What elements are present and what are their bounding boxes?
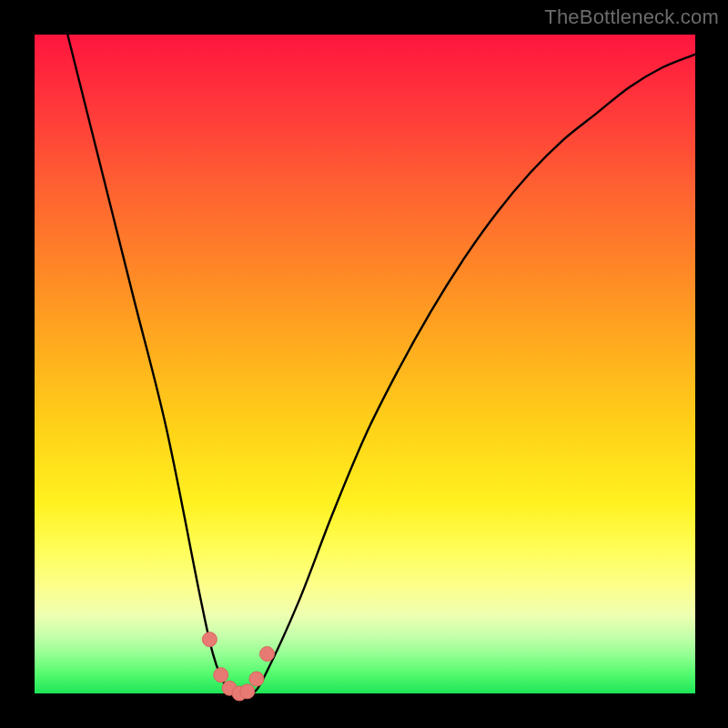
curve-marker xyxy=(202,632,217,647)
watermark-text: TheBottleneck.com xyxy=(544,5,719,29)
curve-marker xyxy=(214,668,228,682)
bottleneck-curve xyxy=(35,35,695,693)
curve-marker xyxy=(260,647,275,662)
curve-marker xyxy=(240,684,255,699)
curve-marker xyxy=(249,672,264,686)
chart-frame: TheBottleneck.com xyxy=(0,0,728,728)
plot-area xyxy=(35,35,695,693)
